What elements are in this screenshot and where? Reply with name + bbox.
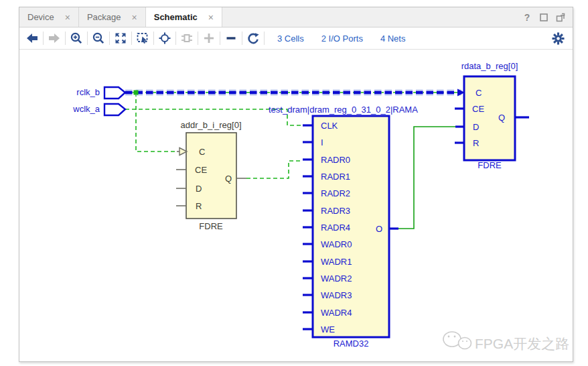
pin-label-wadr4: WADR4 [321, 308, 352, 318]
pin-label-c: C [199, 147, 205, 157]
nets-count-link[interactable]: 4 Nets [380, 34, 406, 44]
tab-package[interactable]: Package × [79, 7, 146, 27]
pin-label-radr3: RADR3 [321, 206, 350, 216]
tab-package-close-icon[interactable]: × [132, 13, 137, 22]
cell-ramd32[interactable]: test_dram|dram_reg_0_31_0_2|RAMA [269, 105, 418, 349]
pin-label-wadr2: WADR2 [321, 273, 352, 284]
net-junction-dot [134, 90, 139, 95]
cell-ramd32-type: RAMD32 [334, 339, 369, 349]
screenshot-page: Device × Package × Schematic × ? [0, 0, 588, 366]
expand-cone-button[interactable] [178, 30, 196, 46]
tab-schematic-label: Schematic [154, 12, 198, 22]
pin-label-radr1: RADR1 [321, 172, 350, 182]
pin-label-d: D [196, 184, 202, 194]
pin-label-radr2: RADR2 [321, 188, 350, 198]
pin-label-o: O [376, 224, 382, 234]
pin-label-q: Q [225, 174, 232, 184]
net-ram-o-to-d[interactable] [398, 127, 455, 229]
pin-label-wadr3: WADR3 [321, 290, 352, 300]
cell-addr-b-i-reg[interactable]: addr_b_i_reg[0] C CE D [176, 120, 246, 231]
zoom-fit-button[interactable] [112, 30, 129, 46]
cell-ramd32-name: test_dram|dram_reg_0_31_0_2|RAMA [269, 105, 418, 115]
tab-schematic-close-icon[interactable]: × [208, 13, 214, 22]
pin-label-radr4: RADR4 [321, 223, 350, 233]
pin-label-clk: CLK [321, 121, 338, 131]
cell-addr-b-i-reg-name: addr_b_i_reg[0] [180, 120, 241, 130]
settings-gear-icon[interactable] [552, 32, 565, 45]
pin-label-r: R [473, 138, 479, 148]
schematic-canvas[interactable]: rclk_b wclk_a addr_b_i_reg[0] [19, 50, 573, 361]
watermark-text: FPGA开发之路 [475, 336, 569, 351]
cell-rdata-b-reg-type: FDRE [477, 160, 502, 170]
zoom-out-button[interactable] [90, 30, 107, 46]
autofit-selection-button[interactable] [156, 30, 173, 46]
tab-device-label: Device [27, 12, 54, 22]
pin-label-q: Q [498, 113, 505, 123]
toolbar: 3 Cells 2 I/O Ports 4 Nets [19, 27, 573, 50]
cell-addr-b-i-reg-type: FDRE [199, 221, 223, 231]
remove-button[interactable] [222, 30, 240, 46]
schematic-window: Device × Package × Schematic × ? [19, 7, 573, 362]
maximize-icon[interactable] [538, 12, 549, 23]
float-window-icon[interactable] [555, 12, 566, 23]
pin-label-r: R [196, 201, 202, 211]
tabbar-spacer [222, 7, 522, 27]
pin-label-ce: CE [195, 165, 207, 175]
net-rclk-b-highlighted[interactable] [125, 90, 461, 95]
net-rclk-b-branch[interactable] [136, 93, 177, 151]
help-icon[interactable]: ? [522, 12, 532, 23]
pin-label-wadr0: WADR0 [321, 239, 352, 249]
pin-label-radr0: RADR0 [321, 155, 350, 165]
pin-label-d: D [473, 122, 479, 132]
port-wclk-a[interactable]: wclk_a [72, 104, 125, 115]
add-button[interactable] [200, 30, 218, 46]
net-addr-q-to-radr0[interactable] [246, 161, 303, 178]
zoom-in-button[interactable] [68, 30, 85, 46]
pin-label-c: C [475, 88, 482, 98]
tab-bar: Device × Package × Schematic × ? [19, 7, 573, 27]
tab-schematic[interactable]: Schematic × [146, 7, 222, 27]
pin-label-wadr1: WADR1 [321, 257, 352, 267]
regenerate-button[interactable] [244, 30, 262, 46]
cell-rdata-b-reg-name: rdata_b_reg[0] [461, 61, 518, 71]
port-wclk-a-label: wclk_a [72, 104, 100, 114]
zoom-selection-button[interactable] [134, 30, 151, 46]
tab-device-close-icon[interactable]: × [65, 13, 70, 22]
forward-button[interactable] [46, 30, 63, 46]
port-rclk-b-label: rclk_b [76, 87, 100, 97]
cells-count-link[interactable]: 3 Cells [277, 34, 304, 44]
io-ports-count-link[interactable]: 2 I/O Ports [321, 34, 363, 44]
pin-label-we: WE [321, 324, 335, 334]
pin-label-i: I [321, 137, 323, 147]
tab-device[interactable]: Device × [19, 7, 79, 27]
port-rclk-b[interactable]: rclk_b [76, 87, 125, 99]
watermark: FPGA开发之路 [443, 332, 569, 351]
tab-package-label: Package [87, 12, 121, 22]
cell-rdata-b-reg[interactable]: rdata_b_reg[0] C CE D R Q [455, 61, 529, 170]
pin-label-ce: CE [472, 104, 484, 114]
back-button[interactable] [23, 30, 41, 46]
